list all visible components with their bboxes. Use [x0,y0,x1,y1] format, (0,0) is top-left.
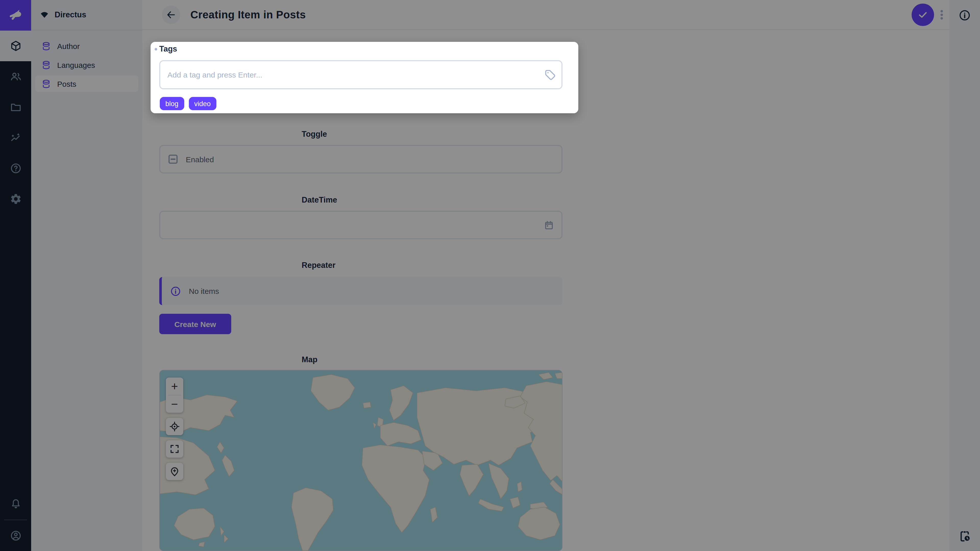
required-dot [155,48,157,51]
tag-icon [544,69,556,81]
tag-chip[interactable]: blog [160,97,184,110]
tags-field-label: Tags [159,44,177,54]
tags-chip-list: blog video [160,97,216,110]
tag-chip[interactable]: video [189,97,216,110]
tags-input[interactable] [159,60,563,89]
app-window: Directus Author Languages [0,0,980,551]
tags-field-card: Tags blog video [151,42,578,113]
